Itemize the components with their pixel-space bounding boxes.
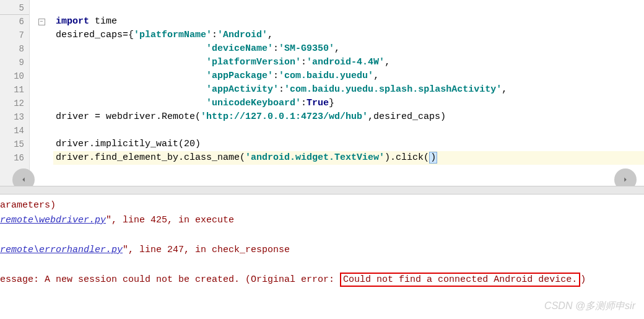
console-line: remote\webdriver.py", line 425, in execu…: [0, 213, 644, 228]
console-line: remote\errorhandler.py", line 247, in ch…: [0, 243, 644, 258]
code-line: 'platformVersion':'android-4.4W',: [53, 56, 644, 69]
line-gutter: 5 6 7 8 9 10 11 12 13 14 15 16: [0, 0, 30, 186]
code-line: desired_caps={'platformName':'Android',: [53, 28, 644, 42]
traceback-link[interactable]: remote\errorhandler.py: [0, 245, 123, 255]
line-number: 16: [0, 151, 29, 165]
error-highlight: Could not find a connected Android devic…: [340, 273, 580, 287]
code-line: 'unicodeKeyboard':True}: [53, 97, 644, 110]
chevron-right-icon: [621, 175, 630, 184]
chevron-left-icon: [19, 175, 28, 184]
console-output[interactable]: arameters) remote\webdriver.py", line 42…: [0, 194, 644, 287]
line-number: 6: [0, 15, 29, 28]
line-number: 5: [0, 1, 29, 15]
line-number: 11: [0, 83, 29, 97]
code-editor[interactable]: 5 6 7 8 9 10 11 12 13 14 15 16 − import …: [0, 0, 644, 186]
line-number: 9: [0, 56, 29, 69]
fold-column: −: [30, 0, 53, 186]
cursor-position: ): [429, 152, 437, 164]
traceback-link[interactable]: remote\webdriver.py: [0, 215, 106, 225]
code-line: [53, 124, 644, 138]
code-line: driver = webdriver.Remote('http://127.0.…: [53, 110, 644, 124]
pane-divider[interactable]: [0, 186, 644, 194]
line-number: 14: [0, 124, 29, 138]
line-number: 10: [0, 69, 29, 83]
code-line: driver.implicitly_wait(20): [53, 138, 644, 151]
line-number: 8: [0, 42, 29, 56]
code-line-current: driver.find_element_by.class_name('andro…: [53, 151, 644, 165]
code-line: 'appPackage':'com.baidu.yuedu',: [53, 69, 644, 83]
code-content[interactable]: import time desired_caps={'platformName'…: [53, 0, 644, 186]
console-line: [0, 228, 644, 243]
line-number: 7: [0, 28, 29, 42]
fold-collapse-icon[interactable]: −: [38, 19, 45, 25]
console-line: arameters): [0, 198, 644, 213]
code-line: 'deviceName':'SM-G9350',: [53, 42, 644, 56]
line-number: 15: [0, 138, 29, 151]
code-line: 'appActivity':'com.baidu.yuedu.splash.sp…: [53, 83, 644, 97]
line-number: 12: [0, 97, 29, 110]
watermark: CSDN @多测师申sir: [544, 300, 635, 313]
line-number: 13: [0, 110, 29, 124]
console-error-line: essage: A new session could not be creat…: [0, 273, 644, 287]
console-line: [0, 258, 644, 273]
code-line: import time: [53, 15, 644, 28]
code-line: [53, 1, 644, 15]
